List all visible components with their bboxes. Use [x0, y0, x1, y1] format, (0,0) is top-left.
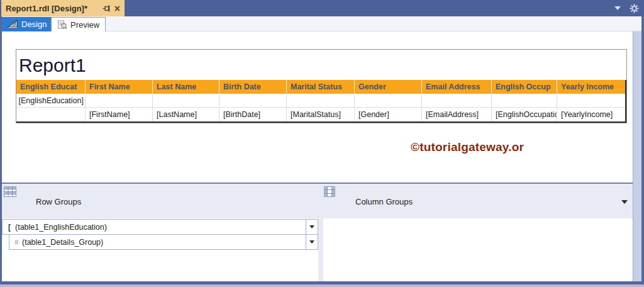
tab-design-label: Design	[21, 20, 47, 29]
group-cell-empty[interactable]	[287, 94, 355, 108]
group-cell-empty[interactable]	[355, 94, 422, 108]
report-title-textbox[interactable]: Report1	[16, 50, 626, 80]
chevron-down-icon	[309, 240, 314, 244]
header-cell[interactable]: Last Name	[153, 80, 219, 94]
report-canvas[interactable]: Report1 English Educat First Name Last N…	[16, 49, 627, 123]
header-cell[interactable]: English Educat	[16, 80, 86, 94]
header-cell[interactable]: First Name	[86, 80, 153, 94]
close-icon[interactable]: ×	[114, 4, 120, 13]
detail-cell[interactable]: [BirthDate]	[219, 108, 287, 121]
vertical-scrollbar[interactable]	[633, 31, 641, 281]
design-surface: Report1 English Educat First Name Last N…	[2, 31, 641, 183]
details-group-icon: ≡	[12, 238, 21, 247]
detail-cell[interactable]: [YearlyIncome]	[557, 108, 625, 121]
row-group-dropdown-button[interactable]	[306, 220, 318, 234]
design-ruler-icon	[8, 20, 18, 29]
header-cell[interactable]: Yearly Income	[557, 80, 625, 94]
detail-cell[interactable]: [LastName]	[153, 108, 219, 121]
row-group-dropdown-button[interactable]	[306, 235, 318, 249]
row-group-item-details-group[interactable]: ≡ (table1_Details_Group)	[9, 234, 318, 250]
group-cell-empty[interactable]	[492, 94, 557, 108]
document-tab-title: Report1.rdl [Design]*	[6, 4, 99, 13]
group-cell-empty[interactable]	[422, 94, 492, 108]
pin-icon[interactable]	[103, 4, 111, 13]
header-cell[interactable]: Gender	[355, 80, 422, 94]
grouping-pane: Row Groups Column Groups [ (table1_Engli…	[0, 183, 644, 281]
group-cell-empty[interactable]	[219, 94, 287, 108]
group-bracket-icon: [	[5, 223, 14, 232]
document-tab[interactable]: Report1.rdl [Design]* ×	[1, 0, 125, 16]
watermark-text: ©tutorialgateway.or	[411, 140, 524, 154]
preview-magnifier-icon	[57, 20, 67, 30]
detail-cell[interactable]: [MaritalStatus]	[287, 108, 355, 121]
row-groups-title: Row Groups	[36, 197, 81, 206]
column-groups-icon	[324, 186, 335, 200]
gear-icon[interactable]	[630, 4, 639, 13]
column-groups-list	[323, 218, 633, 281]
header-cell[interactable]: Email Address	[422, 80, 492, 94]
group-cell-empty[interactable]	[153, 94, 219, 108]
group-cell-text: [EnglishEducation]	[18, 94, 85, 108]
window-left-border	[0, 16, 2, 281]
group-cell[interactable]: [EnglishEducation]	[16, 94, 86, 108]
row-group-item-english-education[interactable]: [ (table1_EnglishEducation)	[2, 219, 318, 235]
header-cell[interactable]: Birth Date	[219, 80, 287, 94]
status-bar-lower	[0, 284, 644, 287]
window-right-border	[641, 16, 644, 281]
header-cell[interactable]: English Occup	[492, 80, 557, 94]
column-groups-title: Column Groups	[355, 197, 413, 206]
group-cell-empty[interactable]	[86, 94, 153, 108]
detail-cell[interactable]: [EnglishOccupation]	[492, 108, 557, 121]
row-group-label: (table1_EnglishEducation)	[14, 223, 306, 232]
detail-cell[interactable]: [FirstName]	[86, 108, 153, 121]
detail-cell-empty[interactable]	[16, 108, 86, 121]
table-header-row: English Educat First Name Last Name Birt…	[16, 80, 625, 94]
detail-cell[interactable]: [Gender]	[355, 108, 422, 121]
column-groups-chevron-icon[interactable]	[621, 200, 628, 204]
tab-design[interactable]: Design	[2, 17, 52, 31]
row-group-label: (table1_Details_Group)	[21, 238, 306, 247]
row-groups-icon	[4, 186, 16, 200]
row-groups-list: [ (table1_EnglishEducation) ≡ (table1_De…	[2, 218, 318, 281]
chevron-down-icon[interactable]	[614, 6, 621, 10]
group-row: [EnglishEducation]	[16, 94, 625, 108]
detail-cell[interactable]: [EmailAddress]	[422, 108, 492, 121]
tab-preview[interactable]: Preview	[51, 17, 106, 31]
details-row: [FirstName] [LastName] [BirthDate] [Mari…	[16, 108, 625, 121]
view-tab-strip: Design Preview	[0, 16, 644, 31]
group-cell-empty[interactable]	[557, 94, 625, 108]
header-cell[interactable]: Marital Status	[287, 80, 355, 94]
title-bar: Report1.rdl [Design]* ×	[0, 0, 644, 16]
report-designer-window: Report1.rdl [Design]* ×	[0, 0, 644, 287]
tablix-table[interactable]: English Educat First Name Last Name Birt…	[16, 80, 626, 123]
tab-preview-label: Preview	[70, 20, 99, 30]
chevron-down-icon	[309, 225, 314, 228]
